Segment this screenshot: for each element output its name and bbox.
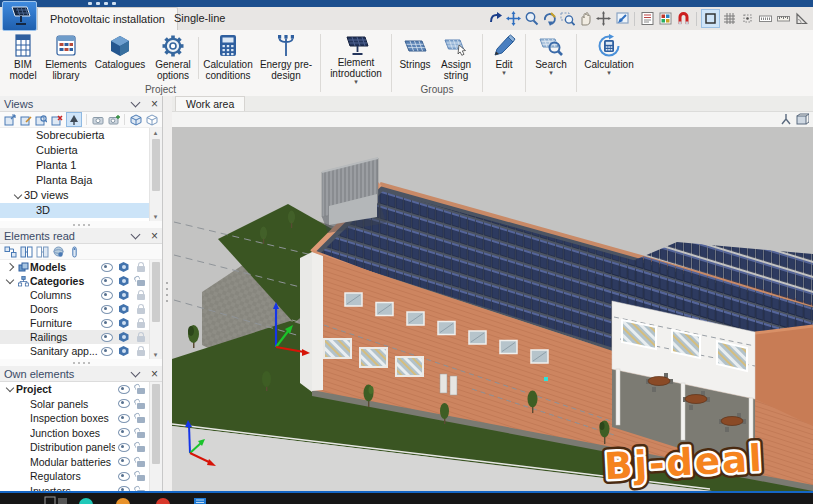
scroll-down-icon[interactable]: ▾ <box>150 212 161 221</box>
axes-tripod-icon[interactable] <box>780 113 792 127</box>
3d-box-icon[interactable] <box>115 276 132 286</box>
tree-row-junction-boxes[interactable]: Junction boxes <box>0 426 162 441</box>
close-icon[interactable]: × <box>151 98 158 110</box>
dxf-dwg-layers-icon[interactable] <box>657 10 674 27</box>
quick-access-icon[interactable] <box>96 2 100 5</box>
visibility-eye-icon[interactable] <box>115 428 132 437</box>
app-menu-button[interactable] <box>2 1 37 31</box>
chevron-down-icon[interactable] <box>131 97 141 107</box>
visibility-eye-icon[interactable] <box>98 305 115 314</box>
scrollbar-thumb[interactable] <box>152 384 160 464</box>
assign-string-button[interactable]: Assign string <box>434 33 478 83</box>
chevron-down-icon[interactable] <box>4 279 16 283</box>
catalogues-button[interactable]: Catalogues <box>91 33 149 83</box>
sidebar-splitter[interactable] <box>163 96 172 491</box>
taskbar[interactable] <box>0 493 813 504</box>
3d-box-icon[interactable] <box>115 332 132 342</box>
chevron-down-icon[interactable] <box>4 387 16 391</box>
visibility-eye-icon[interactable] <box>98 319 115 328</box>
strings-button[interactable]: Strings <box>396 33 434 83</box>
delete-view-icon[interactable] <box>50 113 64 126</box>
tab-single-line[interactable]: Single-line <box>162 7 237 29</box>
visibility-eye-icon[interactable] <box>115 385 132 394</box>
visibility-eye-icon[interactable] <box>98 347 115 356</box>
link-pair-icon[interactable] <box>3 245 17 258</box>
lock-open-icon[interactable] <box>132 442 149 452</box>
send-to-window-icon[interactable] <box>613 10 630 27</box>
visibility-eye-icon[interactable] <box>115 457 132 466</box>
chevron-right-icon[interactable] <box>4 264 16 270</box>
lock-icon[interactable] <box>132 304 149 314</box>
calculation-button[interactable]: Calculation ▾ <box>581 33 637 83</box>
tree-row-sanitary[interactable]: Sanitary app... <box>0 344 162 358</box>
tree-row-modular-batteries[interactable]: Modular batteries <box>0 455 162 470</box>
visibility-eye-icon[interactable] <box>115 414 132 423</box>
tree-row-distribution-panels[interactable]: Distribution panels <box>0 440 162 455</box>
link-vertical-icon[interactable] <box>35 245 49 258</box>
lock-open-icon[interactable] <box>132 399 149 409</box>
scrollbar-thumb[interactable] <box>152 139 160 191</box>
lock-open-icon[interactable] <box>132 413 149 423</box>
visibility-eye-icon[interactable] <box>115 399 132 408</box>
search-button[interactable]: Search ▾ <box>530 33 572 83</box>
view-item-cubierta[interactable]: Cubierta <box>0 143 162 158</box>
scroll-up-icon[interactable]: ▴ <box>150 128 161 137</box>
visibility-eye-icon[interactable] <box>98 277 115 286</box>
element-introduction-button[interactable]: Element introduction ▾ <box>325 33 387 83</box>
view-item-sobrecubierta[interactable]: Sobrecubierta <box>0 128 162 143</box>
own-elements-scrollbar[interactable]: ▾ <box>149 382 162 499</box>
general-options-button[interactable]: General options <box>149 33 197 83</box>
quick-access-icon[interactable] <box>104 2 108 5</box>
ortho-mode-icon[interactable] <box>701 9 720 28</box>
dimension-icon[interactable] <box>757 10 774 27</box>
tree-row-solar-panels[interactable]: Solar panels <box>0 397 162 412</box>
lock-icon[interactable] <box>132 332 149 342</box>
close-icon[interactable]: × <box>151 230 158 242</box>
lock-open-icon[interactable] <box>132 276 149 286</box>
tree-row-models[interactable]: Models <box>0 260 162 274</box>
view-item-planta-baja[interactable]: Planta Baja <box>0 173 162 188</box>
lock-icon[interactable] <box>132 346 149 356</box>
lock-open-icon[interactable] <box>132 384 149 394</box>
object-snap-icon[interactable] <box>739 10 756 27</box>
chevron-down-icon[interactable] <box>131 229 141 239</box>
lock-icon[interactable] <box>132 262 149 272</box>
work-area-tab[interactable]: Work area <box>175 96 245 111</box>
sphere-visibility-icon[interactable] <box>51 245 65 258</box>
box-open-icon[interactable] <box>129 113 143 126</box>
panel-resize-handle[interactable] <box>0 221 162 228</box>
view-item-planta-1[interactable]: Planta 1 <box>0 158 162 173</box>
chevron-down-icon[interactable] <box>12 194 24 198</box>
view-item-3d[interactable]: 3D <box>0 203 162 218</box>
elements-library-button[interactable]: Elements library <box>41 33 91 83</box>
visibility-eye-icon[interactable] <box>98 291 115 300</box>
3d-box-icon[interactable] <box>115 304 132 314</box>
visibility-eye-icon[interactable] <box>115 443 132 452</box>
taskbar-app-icon[interactable] <box>78 496 94 504</box>
taskbar-app-icon[interactable] <box>155 496 171 504</box>
duplicate-view-icon[interactable] <box>35 113 49 126</box>
bim-model-button[interactable]: BIM model <box>5 33 41 83</box>
protractor-icon[interactable] <box>793 10 810 27</box>
visibility-eye-icon[interactable] <box>98 263 115 272</box>
camera-icon[interactable] <box>91 113 105 126</box>
previous-view-icon[interactable] <box>487 10 504 27</box>
grid-icon[interactable] <box>721 10 738 27</box>
close-icon[interactable]: × <box>151 368 158 380</box>
3d-box-icon[interactable] <box>115 290 132 300</box>
tree-row-project[interactable]: Project <box>0 382 162 397</box>
visibility-eye-icon[interactable] <box>98 333 115 342</box>
lock-open-icon[interactable] <box>132 428 149 438</box>
zoom-window-icon[interactable] <box>559 10 576 27</box>
calculation-conditions-button[interactable]: Calculation conditions <box>200 33 256 83</box>
chevron-down-icon[interactable] <box>131 367 141 377</box>
3d-box-icon[interactable] <box>115 262 132 272</box>
tree-row-inspection-boxes[interactable]: Inspection boxes <box>0 411 162 426</box>
tree-row-railings[interactable]: Railings <box>0 330 162 344</box>
dxf-dwg-template-icon[interactable] <box>639 10 656 27</box>
ruler-icon[interactable] <box>775 10 792 27</box>
tree-row-categories[interactable]: Categories <box>0 274 162 288</box>
taskbar-app-icon[interactable] <box>115 496 131 504</box>
box-link-icon[interactable] <box>145 113 159 126</box>
new-view-icon[interactable] <box>3 113 17 126</box>
